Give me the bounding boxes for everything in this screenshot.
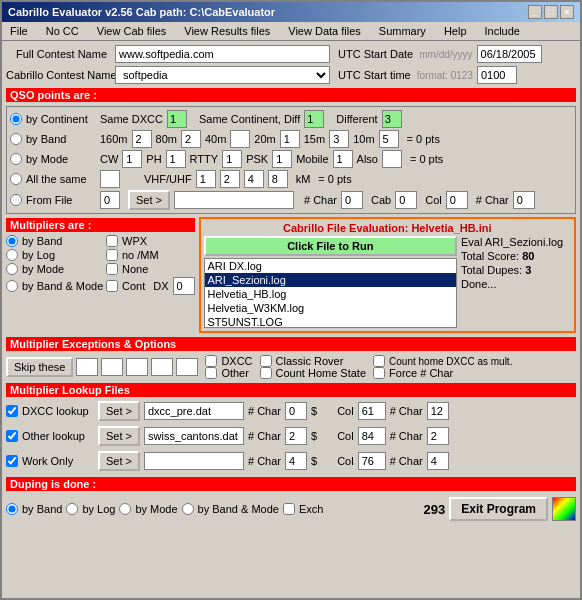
menu-view-cab[interactable]: View Cab files — [93, 24, 171, 38]
band-20m-input[interactable] — [280, 130, 300, 148]
from-file-input[interactable] — [100, 191, 120, 209]
char2-input[interactable] — [513, 191, 535, 209]
skip-input-1[interactable] — [76, 358, 98, 376]
skip-these-button[interactable]: Skip these — [6, 357, 73, 377]
exit-button[interactable]: Exit Program — [449, 497, 548, 521]
nomm-checkbox[interactable] — [106, 249, 118, 261]
dxcc-excl-checkbox[interactable] — [205, 355, 217, 367]
band-80m-input[interactable] — [181, 130, 201, 148]
full-contest-input[interactable] — [115, 45, 330, 63]
close-button[interactable]: × — [560, 5, 574, 19]
list-item[interactable]: ST5UNST.LOG — [205, 315, 456, 328]
vhf2-input[interactable] — [220, 170, 240, 188]
none-checkbox[interactable] — [106, 263, 118, 275]
mult-by-band-radio[interactable] — [6, 235, 18, 247]
menu-nocc[interactable]: No CC — [42, 24, 83, 38]
by-band-radio[interactable] — [10, 133, 22, 145]
dup-by-log-radio[interactable] — [66, 503, 78, 515]
mode-rtty-input[interactable] — [222, 150, 242, 168]
band-10m-input[interactable] — [379, 130, 399, 148]
dxcc-file-input[interactable] — [144, 402, 244, 420]
same-dxcc-input[interactable] — [167, 110, 187, 128]
other-excl-checkbox[interactable] — [205, 367, 217, 379]
all-same-radio[interactable] — [10, 173, 22, 185]
char-input[interactable] — [341, 191, 363, 209]
list-item[interactable]: Helvetia_HB.log — [205, 287, 456, 301]
vhf1-input[interactable] — [196, 170, 216, 188]
maximize-button[interactable]: □ — [544, 5, 558, 19]
different-input[interactable] — [382, 110, 402, 128]
count-home-dxcc-checkbox[interactable] — [373, 355, 385, 367]
other-col-char-input[interactable] — [427, 427, 449, 445]
dxcc-char-input[interactable] — [285, 402, 307, 420]
mode-psk-input[interactable] — [272, 150, 292, 168]
band-80m-label: 80m — [156, 133, 177, 145]
dxcc-lookup-checkbox[interactable] — [6, 405, 18, 417]
other-file-input[interactable] — [144, 427, 244, 445]
all-same-input[interactable] — [100, 170, 120, 188]
other-char-input[interactable] — [285, 427, 307, 445]
list-item[interactable]: ARI_Sezioni.log — [205, 273, 456, 287]
work-file-input[interactable] — [144, 452, 244, 470]
utc-start-date-input[interactable] — [477, 45, 542, 63]
classic-rover-checkbox[interactable] — [260, 355, 272, 367]
vhf4-input[interactable] — [244, 170, 264, 188]
from-file-path-input[interactable] — [174, 191, 294, 209]
dup-exch-checkbox[interactable] — [283, 503, 295, 515]
cab-label: Cab — [371, 194, 391, 206]
same-cont-diff-input[interactable] — [304, 110, 324, 128]
count-home-state-checkbox[interactable] — [260, 367, 272, 379]
cab-input[interactable] — [395, 191, 417, 209]
other-lookup-checkbox[interactable] — [6, 430, 18, 442]
work-col-char-input[interactable] — [427, 452, 449, 470]
band-160m-input[interactable] — [132, 130, 152, 148]
work-only-checkbox[interactable] — [6, 455, 18, 467]
skip-input-2[interactable] — [101, 358, 123, 376]
menu-view-data[interactable]: View Data files — [284, 24, 365, 38]
mode-cw-input[interactable] — [122, 150, 142, 168]
by-mode-radio[interactable] — [10, 153, 22, 165]
mode-mobile-input[interactable] — [333, 150, 353, 168]
cont-checkbox[interactable] — [106, 280, 118, 292]
menu-view-results[interactable]: View Results files — [180, 24, 274, 38]
skip-input-5[interactable] — [176, 358, 198, 376]
skip-input-3[interactable] — [126, 358, 148, 376]
dup-by-band-mode-radio[interactable] — [182, 503, 194, 515]
vhf8-input[interactable] — [268, 170, 288, 188]
mode-also-input[interactable] — [382, 150, 402, 168]
list-item[interactable]: Helvetia_W3KM.log — [205, 301, 456, 315]
work-col-input[interactable] — [358, 452, 386, 470]
minimize-button[interactable]: _ — [528, 5, 542, 19]
band-40m-input[interactable] — [230, 130, 250, 148]
utc-start-time-input[interactable] — [477, 66, 517, 84]
band-15m-input[interactable] — [329, 130, 349, 148]
menu-file[interactable]: File — [6, 24, 32, 38]
dx-input[interactable] — [173, 277, 195, 295]
dxcc-col-input[interactable] — [358, 402, 386, 420]
work-char-input[interactable] — [285, 452, 307, 470]
by-continent-radio[interactable] — [10, 113, 22, 125]
mult-by-band-mode-radio[interactable] — [6, 280, 18, 292]
click-file-button[interactable]: Click File to Run — [204, 236, 457, 256]
wpx-checkbox[interactable] — [106, 235, 118, 247]
set-button[interactable]: Set > — [128, 190, 170, 210]
mult-by-log-radio[interactable] — [6, 249, 18, 261]
dxcc-col-char-input[interactable] — [427, 402, 449, 420]
skip-input-4[interactable] — [151, 358, 173, 376]
force-char-checkbox[interactable] — [373, 367, 385, 379]
list-item[interactable]: ARI DX.log — [205, 259, 456, 273]
menu-summary[interactable]: Summary — [375, 24, 430, 38]
cabrillo-contest-select[interactable]: softpedia — [115, 66, 330, 84]
other-set-button[interactable]: Set > — [98, 426, 140, 446]
mult-by-mode-radio[interactable] — [6, 263, 18, 275]
col-input[interactable] — [446, 191, 468, 209]
from-file-radio[interactable] — [10, 194, 22, 206]
dxcc-set-button[interactable]: Set > — [98, 401, 140, 421]
dup-by-band-radio[interactable] — [6, 503, 18, 515]
other-col-input[interactable] — [358, 427, 386, 445]
menu-include[interactable]: Include — [481, 24, 524, 38]
menu-help[interactable]: Help — [440, 24, 471, 38]
dup-by-mode-radio[interactable] — [119, 503, 131, 515]
mode-ph-input[interactable] — [166, 150, 186, 168]
work-set-button[interactable]: Set > — [98, 451, 140, 471]
